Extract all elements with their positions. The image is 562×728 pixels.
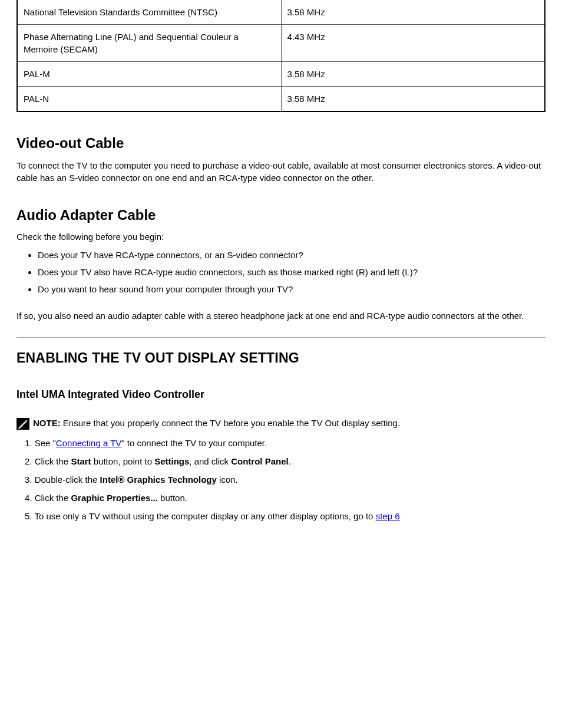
note-label: NOTE: xyxy=(33,418,61,428)
table-row: Phase Alternating Line (PAL) and Sequent… xyxy=(17,25,545,62)
connecting-tv-link[interactable]: Connecting a TV xyxy=(56,438,121,448)
table-row: PAL-N 3.58 MHz xyxy=(17,87,545,112)
paragraph: To connect the TV to the computer you ne… xyxy=(16,159,546,184)
spec-val: 3.58 MHz xyxy=(281,87,545,112)
step-3: 3. Double-click the Intel® Graphics Tech… xyxy=(25,473,546,486)
spec-table: National Television Standards Committee … xyxy=(16,0,546,112)
spec-val: 4.43 MHz xyxy=(281,25,545,62)
spec-key: PAL-N xyxy=(17,87,281,112)
step-2: 2. Click the Start button, point to Sett… xyxy=(25,455,546,467)
note-text: NOTE: Ensure that you properly connect t… xyxy=(33,417,400,429)
step-1: 1. See "Connecting a TV" to connect the … xyxy=(25,437,546,449)
section-divider xyxy=(16,337,546,338)
heading-intel-controller: Intel UMA Integrated Video Controller xyxy=(16,387,546,402)
table-row: PAL-M 3.58 MHz xyxy=(17,62,545,87)
spec-val: 3.58 MHz xyxy=(281,0,545,25)
note-icon xyxy=(16,418,29,430)
step-5: 5. To use only a TV without using the co… xyxy=(25,510,546,522)
list-item: Does your TV have RCA-type connectors, o… xyxy=(38,249,546,261)
step-6-link[interactable]: step 6 xyxy=(376,511,400,521)
note-body: Ensure that you properly connect the TV … xyxy=(61,418,400,428)
heading-audio-adapter-cable: Audio Adapter Cable xyxy=(16,205,546,225)
spec-key: Phase Alternating Line (PAL) and Sequent… xyxy=(17,25,281,62)
step-4: 4. Click the Graphic Properties... butto… xyxy=(25,492,546,504)
heading-video-out-cable: Video-out Cable xyxy=(16,133,546,153)
heading-enable-tv-out: ENABLING THE TV OUT DISPLAY SETTING xyxy=(16,348,546,367)
paragraph: If so, you also need an audio adapter ca… xyxy=(16,309,546,322)
checklist: Does your TV have RCA-type connectors, o… xyxy=(16,249,546,295)
list-item: Does your TV also have RCA-type audio co… xyxy=(38,266,546,278)
table-row: National Television Standards Committee … xyxy=(17,0,545,25)
spec-key: National Television Standards Committee … xyxy=(17,0,281,25)
paragraph: Check the following before you begin: xyxy=(16,230,546,243)
spec-val: 3.58 MHz xyxy=(281,62,545,87)
note-block: NOTE: Ensure that you properly connect t… xyxy=(16,417,546,430)
list-item: Do you want to hear sound from your comp… xyxy=(38,283,546,295)
spec-key: PAL-M xyxy=(17,62,281,87)
